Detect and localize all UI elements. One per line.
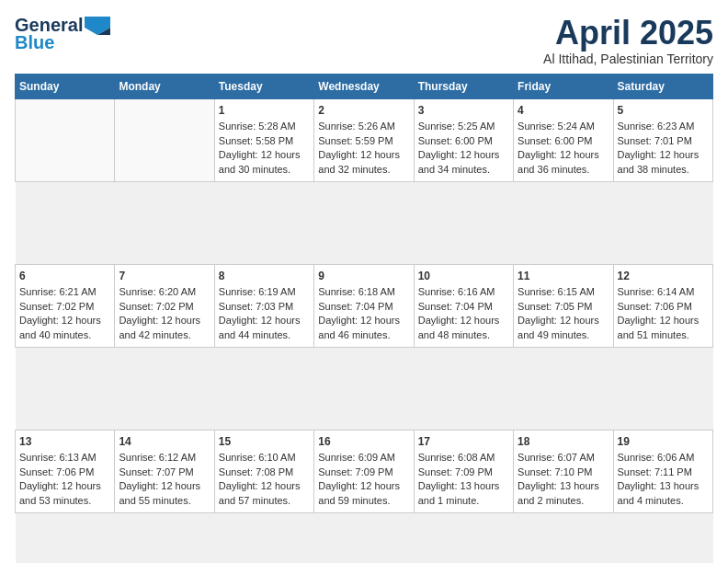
day-number: 4 xyxy=(518,103,609,119)
daylight: Daylight: 13 hours and 4 minutes. xyxy=(618,480,700,505)
day-number: 11 xyxy=(518,269,609,284)
daylight: Daylight: 12 hours and 32 minutes. xyxy=(318,149,400,174)
sunrise: Sunrise: 5:24 AM xyxy=(518,121,595,132)
sunset: Sunset: 7:07 PM xyxy=(119,466,193,477)
sunrise: Sunrise: 6:14 AM xyxy=(618,286,695,297)
page-header: General Blue April 2025 Al Ittihad, Pale… xyxy=(15,15,713,66)
daylight: Daylight: 12 hours and 55 minutes. xyxy=(119,480,200,505)
sunset: Sunset: 7:08 PM xyxy=(219,466,293,477)
day-number: 19 xyxy=(618,434,709,450)
calendar-cell: 16Sunrise: 6:09 AMSunset: 7:09 PMDayligh… xyxy=(314,430,414,512)
header-saturday: Saturday xyxy=(613,74,712,98)
sunrise: Sunrise: 6:12 AM xyxy=(119,452,196,463)
day-number: 10 xyxy=(418,269,509,284)
sunset: Sunset: 5:59 PM xyxy=(318,135,392,146)
calendar-cell: 7Sunrise: 6:20 AMSunset: 7:02 PMDaylight… xyxy=(115,264,214,347)
daylight: Daylight: 12 hours and 57 minutes. xyxy=(219,480,301,505)
calendar-cell: 5Sunrise: 6:23 AMSunset: 7:01 PMDaylight… xyxy=(613,98,712,181)
week-row-2: 6Sunrise: 6:21 AMSunset: 7:02 PMDaylight… xyxy=(16,264,713,347)
calendar-cell: 14Sunrise: 6:12 AMSunset: 7:07 PMDayligh… xyxy=(115,430,214,512)
calendar-cell: 9Sunrise: 6:18 AMSunset: 7:04 PMDaylight… xyxy=(314,264,414,347)
daylight: Daylight: 12 hours and 44 minutes. xyxy=(219,315,301,339)
sunset: Sunset: 7:02 PM xyxy=(119,301,193,312)
sunset: Sunset: 7:03 PM xyxy=(219,301,293,312)
sunset: Sunset: 7:05 PM xyxy=(518,301,592,312)
sunrise: Sunrise: 6:09 AM xyxy=(318,452,395,463)
sunrise: Sunrise: 5:26 AM xyxy=(318,121,395,132)
calendar-cell: 4Sunrise: 5:24 AMSunset: 6:00 PMDaylight… xyxy=(514,98,613,181)
day-number: 17 xyxy=(418,434,509,450)
calendar-cell: 13Sunrise: 6:13 AMSunset: 7:06 PMDayligh… xyxy=(16,430,115,512)
sunrise: Sunrise: 6:10 AM xyxy=(219,452,296,463)
sunrise: Sunrise: 6:20 AM xyxy=(119,286,196,297)
day-number: 7 xyxy=(119,269,210,284)
daylight: Daylight: 12 hours and 51 minutes. xyxy=(618,315,700,339)
sunset: Sunset: 7:02 PM xyxy=(19,301,94,312)
day-number: 8 xyxy=(219,269,310,284)
week-row-3: 13Sunrise: 6:13 AMSunset: 7:06 PMDayligh… xyxy=(16,430,713,512)
day-number: 9 xyxy=(318,269,409,284)
week-separator xyxy=(16,181,713,264)
calendar-cell: 2Sunrise: 5:26 AMSunset: 5:59 PMDaylight… xyxy=(314,98,414,181)
calendar-cell: 6Sunrise: 6:21 AMSunset: 7:02 PMDaylight… xyxy=(16,264,115,347)
calendar-cell: 8Sunrise: 6:19 AMSunset: 7:03 PMDaylight… xyxy=(214,264,313,347)
header-monday: Monday xyxy=(115,74,214,98)
day-number: 1 xyxy=(219,103,310,119)
calendar-cell: 3Sunrise: 5:25 AMSunset: 6:00 PMDaylight… xyxy=(414,98,513,181)
day-number: 18 xyxy=(518,434,609,450)
daylight: Daylight: 12 hours and 34 minutes. xyxy=(418,149,500,174)
daylight: Daylight: 13 hours and 2 minutes. xyxy=(518,480,599,505)
day-number: 12 xyxy=(618,269,709,284)
day-number: 13 xyxy=(19,434,110,450)
calendar-cell: 10Sunrise: 6:16 AMSunset: 7:04 PMDayligh… xyxy=(414,264,513,347)
header-friday: Friday xyxy=(514,74,613,98)
sunrise: Sunrise: 6:07 AM xyxy=(518,452,595,463)
day-number: 2 xyxy=(318,103,409,119)
sunrise: Sunrise: 6:13 AM xyxy=(19,452,97,463)
daylight: Daylight: 12 hours and 38 minutes. xyxy=(618,149,700,174)
title-area: April 2025 Al Ittihad, Palestinian Terri… xyxy=(543,15,713,66)
calendar-cell: 1Sunrise: 5:28 AMSunset: 5:58 PMDaylight… xyxy=(214,98,313,181)
sunset: Sunset: 7:09 PM xyxy=(418,466,493,477)
daylight: Daylight: 12 hours and 40 minutes. xyxy=(19,315,101,339)
sunset: Sunset: 7:10 PM xyxy=(518,466,592,477)
logo-blue: Blue xyxy=(15,32,54,53)
sunrise: Sunrise: 6:15 AM xyxy=(518,286,595,297)
sunrise: Sunrise: 6:16 AM xyxy=(418,286,495,297)
sunrise: Sunrise: 6:23 AM xyxy=(618,121,695,132)
sunset: Sunset: 7:04 PM xyxy=(418,301,493,312)
calendar-cell: 12Sunrise: 6:14 AMSunset: 7:06 PMDayligh… xyxy=(613,264,712,347)
week-separator xyxy=(16,347,713,430)
sunset: Sunset: 5:58 PM xyxy=(219,135,293,146)
sunrise: Sunrise: 6:19 AM xyxy=(219,286,296,297)
calendar-cell xyxy=(115,98,214,181)
header-wednesday: Wednesday xyxy=(314,74,414,98)
calendar-title: April 2025 xyxy=(543,15,713,52)
daylight: Daylight: 12 hours and 42 minutes. xyxy=(119,315,200,339)
day-number: 5 xyxy=(618,103,709,119)
sunrise: Sunrise: 6:08 AM xyxy=(418,452,495,463)
daylight: Daylight: 12 hours and 48 minutes. xyxy=(418,315,500,339)
calendar-cell: 17Sunrise: 6:08 AMSunset: 7:09 PMDayligh… xyxy=(414,430,513,512)
calendar-cell: 18Sunrise: 6:07 AMSunset: 7:10 PMDayligh… xyxy=(514,430,613,512)
calendar-cell: 11Sunrise: 6:15 AMSunset: 7:05 PMDayligh… xyxy=(514,264,613,347)
daylight: Daylight: 12 hours and 36 minutes. xyxy=(518,149,599,174)
sunset: Sunset: 7:04 PM xyxy=(318,301,392,312)
week-row-1: 1Sunrise: 5:28 AMSunset: 5:58 PMDaylight… xyxy=(16,98,713,181)
day-number: 15 xyxy=(219,434,310,450)
daylight: Daylight: 12 hours and 49 minutes. xyxy=(518,315,599,339)
sunrise: Sunrise: 6:06 AM xyxy=(618,452,695,463)
header-row: Sunday Monday Tuesday Wednesday Thursday… xyxy=(16,74,713,98)
calendar-cell: 19Sunrise: 6:06 AMSunset: 7:11 PMDayligh… xyxy=(613,430,712,512)
calendar-subtitle: Al Ittihad, Palestinian Territory xyxy=(543,52,713,66)
daylight: Daylight: 12 hours and 53 minutes. xyxy=(19,480,101,505)
header-thursday: Thursday xyxy=(414,74,513,98)
daylight: Daylight: 12 hours and 30 minutes. xyxy=(219,149,301,174)
sunrise: Sunrise: 6:21 AM xyxy=(19,286,97,297)
sunset: Sunset: 7:06 PM xyxy=(19,466,94,477)
week-separator xyxy=(16,512,713,563)
logo-icon xyxy=(85,17,110,35)
sunset: Sunset: 6:00 PM xyxy=(518,135,592,146)
sunset: Sunset: 7:09 PM xyxy=(318,466,392,477)
day-number: 6 xyxy=(19,269,110,284)
